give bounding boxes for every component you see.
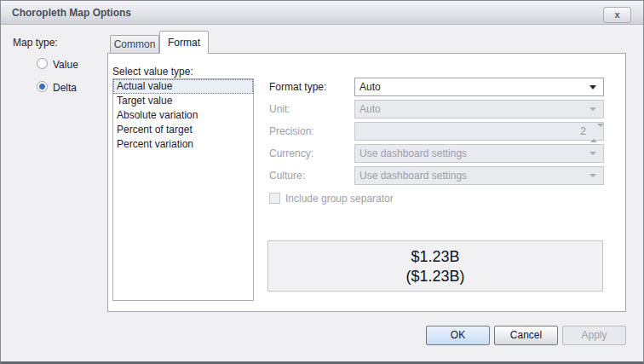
close-button[interactable]: x [603,7,631,23]
cancel-button[interactable]: Cancel [494,326,558,345]
format-type-combobox[interactable]: Auto [354,78,604,96]
choropleth-map-options-dialog: Choropleth Map Options x Map type: Value… [0,0,644,364]
value-type-listbox[interactable]: Actual value Target value Absolute varia… [112,78,254,301]
radio-delta[interactable] [37,81,48,92]
chevron-down-icon[interactable] [589,85,596,90]
tab-format[interactable]: Format [159,31,209,54]
culture-combobox: Use dashboard settings [354,166,604,185]
ok-button[interactable]: OK [426,326,490,345]
title-bar: Choropleth Map Options [1,1,643,25]
select-value-type-label: Select value type: [112,66,193,78]
list-item[interactable]: Percent of target [113,123,253,137]
close-icon: x [614,9,619,20]
radio-delta-label[interactable]: Delta [53,82,77,94]
map-type-label: Map type: [13,37,58,49]
list-item[interactable]: Percent variation [113,137,253,152]
apply-button[interactable]: Apply [562,326,626,345]
chevron-down-icon [589,174,596,177]
list-item[interactable]: Actual value [113,79,253,94]
culture-label: Culture: [269,170,305,182]
culture-value: Use dashboard settings [359,170,467,182]
tab-common-label: Common [114,38,156,50]
preview-line-1: $1.23B [268,247,602,267]
unit-value: Auto [359,103,381,115]
currency-label: Currency: [269,147,313,159]
chevron-down-icon [589,107,596,111]
tab-format-label: Format [168,37,200,49]
format-type-label: Format type: [269,81,326,93]
precision-label: Precision: [269,125,314,137]
dialog-title: Choropleth Map Options [12,7,131,19]
list-item[interactable]: Target value [113,94,253,108]
radio-value-label[interactable]: Value [53,59,78,71]
precision-spinner: 2 [354,122,604,141]
include-group-separator-label: Include group separator [285,193,394,205]
list-item[interactable]: Absolute variation [113,108,253,123]
currency-combobox: Use dashboard settings [354,144,604,163]
format-preview-panel: $1.23B ($1.23B) [267,240,603,292]
radio-value[interactable] [37,58,48,69]
unit-label: Unit: [269,103,290,115]
tab-common[interactable]: Common [110,35,159,53]
include-group-separator-checkbox [269,193,280,204]
spinner-arrows-icon [590,124,599,142]
format-type-value: Auto [359,81,381,93]
chevron-down-icon [589,152,596,155]
preview-line-2: ($1.23B) [268,267,602,286]
unit-combobox: Auto [354,100,604,118]
precision-value: 2 [580,123,586,140]
currency-value: Use dashboard settings [359,147,467,159]
